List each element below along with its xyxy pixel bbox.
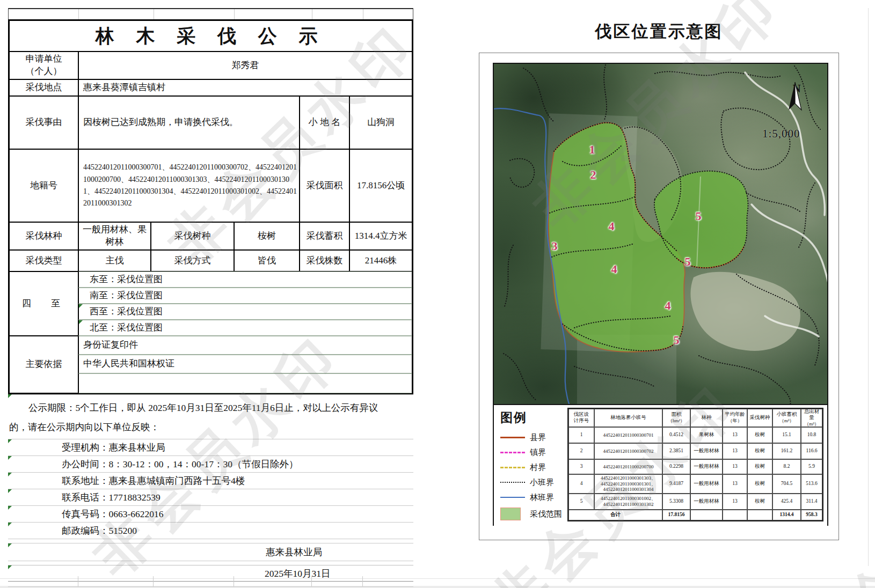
legend-label: 镇界 — [530, 447, 546, 458]
contact-postcode: 邮政编码：515200 — [8, 522, 413, 539]
village-line-icon — [500, 467, 525, 468]
map-bottom-band: 图例 县界 镇界 村界 小班界 — [494, 405, 827, 526]
bounds-south: 南至：采伐位置图 — [78, 288, 412, 304]
applicant-label: 申请单位 （个人） — [9, 52, 78, 79]
bounds-label: 四 至 — [9, 271, 78, 336]
legend-item-town: 镇界 — [500, 447, 566, 458]
table-row-cell: 5.3308 — [662, 494, 690, 510]
forest-type-value: 一般用材林、果树林 — [78, 222, 151, 250]
harvest-range-swatch-icon — [500, 508, 521, 520]
cadastral-value: 445224012011000300701、445224012011000300… — [78, 149, 300, 222]
issuing-org-row: 惠来县林业局 — [8, 543, 413, 561]
total-area: 17.8156 — [662, 510, 690, 520]
spacer-row — [8, 561, 413, 565]
region-label-2: 2 — [590, 168, 596, 182]
species-value: 桉树 — [234, 222, 300, 250]
harvest-area-value: 17.8156公顷 — [349, 149, 412, 222]
north-needle-icon — [788, 82, 802, 113]
table-row-cell: 13 — [723, 443, 747, 459]
cell-marker — [8, 565, 12, 569]
applicant-label-line1: 申请单位 — [26, 53, 62, 65]
table-row-cell: 4 — [568, 474, 594, 494]
table-row-cell: 13 — [723, 494, 747, 510]
table-row-cell: 果树林 — [690, 427, 723, 443]
notice-period-line2: 的，请在公示期内向以下单位反映： — [9, 417, 412, 437]
table-row-cell: 5 — [568, 494, 594, 510]
legend-item-forest-block: 林班界 — [500, 492, 566, 503]
legend-label: 采伐范围 — [530, 509, 562, 519]
cell-marker — [8, 523, 12, 526]
contact-fax: 传真号码：0663-6622016 — [8, 505, 413, 522]
map-title: 伐区位置示意图 — [479, 20, 839, 43]
county-line-icon — [500, 437, 525, 438]
contact-agency: 受理机构：惠来县林业局 — [8, 439, 413, 455]
table-row-cell: 445224012011000200700 — [594, 459, 662, 474]
bounds-east: 东至：采伐位置图 — [78, 271, 412, 288]
method-label: 采伐方式 — [151, 250, 234, 271]
table-row-cell: 9.4187 — [662, 474, 690, 494]
table-row-cell: 桉树 — [747, 427, 772, 443]
basis-label: 主要依据 — [9, 336, 78, 393]
table-row-cell: 704.5 — [772, 474, 801, 494]
total-output: 958.3 — [801, 510, 822, 520]
region-label-4: 4 — [665, 299, 671, 313]
col-header-plot-id: 林地落界小班号 — [594, 409, 662, 427]
table-row-cell: 445224012011000300702 — [594, 443, 662, 459]
count-value: 21446株 — [349, 250, 412, 271]
page: { "notice": { "title": "林 木 采 伐 公 示", "f… — [0, 0, 875, 588]
region-label-4: 4 — [609, 219, 615, 233]
col-header-forest: 林种 — [690, 409, 723, 427]
total-volume: 1314.4 — [772, 510, 801, 520]
table-row-cell: 2.3851 — [662, 443, 690, 459]
table-row-cell: 一般用材林 — [690, 474, 723, 494]
legend-label: 村界 — [530, 462, 546, 473]
table-row-cell: 513.6 — [801, 474, 822, 494]
basis-id-copy: 身份证复印件 — [78, 336, 412, 355]
table-row-cell: 445224012011000301002、 44522401201100030… — [594, 494, 662, 510]
map-legend: 图例 县界 镇界 村界 小班界 — [500, 409, 566, 525]
legend-label: 小班界 — [530, 477, 554, 488]
notice-footer-section: 公示期限：5个工作日，即从 2025年10月31日至2025年11月6日止，对以… — [8, 394, 413, 582]
applicant-label-line2: （个人） — [26, 65, 62, 78]
table-row-cell: 桉树 — [747, 443, 772, 459]
volume-label: 采伐蓄积 — [300, 222, 349, 250]
town-line-icon — [500, 452, 525, 453]
cell-marker — [8, 543, 12, 547]
table-row-cell: 13 — [723, 459, 747, 474]
forest-type-label: 采伐林种 — [9, 222, 78, 250]
cell-marker — [8, 394, 12, 398]
cell-marker — [8, 489, 12, 493]
table-row-cell: 161.2 — [772, 443, 801, 459]
north-arrow: N — [788, 82, 805, 95]
total-label: 合计 — [568, 510, 662, 520]
volume-value: 1314.4立方米 — [349, 222, 412, 250]
table-row-cell: 1 — [568, 427, 594, 443]
region-label-5: 5 — [685, 255, 691, 269]
table-row-cell: 一般用材林 — [690, 494, 723, 510]
place-name-value: 山狗洞 — [349, 96, 412, 149]
cell-marker — [79, 320, 83, 324]
region-label-3: 3 — [552, 239, 558, 253]
harvest-notice-table: 林 木 采 伐 公 示 申请单位 （个人） 郑秀君 采伐地点 惠来县葵潭镇吉镇村… — [8, 19, 413, 394]
location-label: 采伐地点 — [9, 79, 78, 96]
legend-item-subplot: 小班界 — [500, 477, 566, 488]
location-value: 惠来县葵潭镇吉镇村 — [78, 79, 412, 96]
table-row-cell: 15.1 — [772, 427, 801, 443]
map-panel: 1 2 3 4 4 4 5 5 5 N 1:5,000 — [479, 53, 839, 540]
cell-marker — [8, 439, 12, 443]
col-header-age: 平均年龄（年） — [723, 409, 747, 427]
applicant-value: 郑秀君 — [78, 52, 412, 79]
contact-address: 联系地址：惠来县惠城镇南门西路十五号4楼 — [8, 472, 413, 489]
legend-label: 林班界 — [530, 493, 554, 503]
col-header-species: 采伐树种 — [747, 409, 772, 427]
table-row-cell: 445224012011000301303、 44522401201100030… — [594, 474, 662, 494]
spreadsheet-column-line — [868, 8, 869, 566]
table-row-cell: 8.2 — [772, 459, 801, 474]
col-header-volume: 小班蓄积（m³） — [772, 409, 801, 427]
method-value: 皆伐 — [234, 250, 300, 271]
legend-title: 图例 — [500, 409, 566, 426]
cell-marker — [8, 456, 12, 460]
subplot-line-icon — [500, 482, 525, 483]
page-title: 林 木 采 伐 公 示 — [9, 20, 412, 52]
contact-phone-text: 联系电话：17718832539 — [62, 492, 161, 503]
